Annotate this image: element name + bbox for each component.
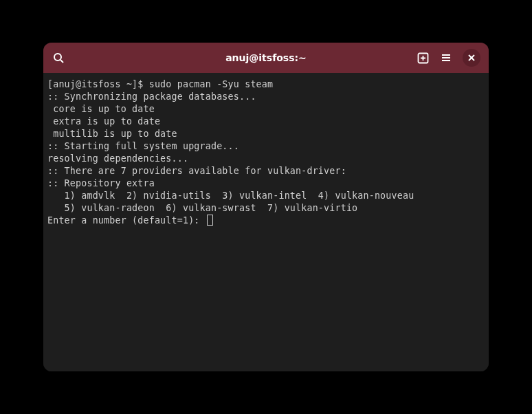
hamburger-icon (441, 52, 452, 63)
terminal-prompt-text: Enter a number (default=1): (47, 215, 206, 226)
search-button[interactable] (52, 51, 65, 65)
terminal-window: anuj@itsfoss:~ (43, 43, 489, 371)
svg-line-1 (60, 60, 63, 63)
terminal-line: extra is up to date (47, 116, 485, 128)
plus-box-icon (417, 52, 429, 64)
close-button[interactable] (463, 49, 480, 67)
terminal-line: multilib is up to date (47, 128, 485, 140)
search-icon (53, 52, 64, 63)
svg-point-0 (54, 54, 61, 61)
terminal-line: core is up to date (47, 103, 485, 116)
terminal-line: :: Starting full system upgrade... (47, 140, 485, 153)
titlebar: anuj@itsfoss:~ (43, 43, 489, 73)
terminal-line: 5) vulkan-radeon 6) vulkan-swrast 7) vul… (47, 202, 485, 215)
menu-button[interactable] (439, 51, 453, 65)
cursor (207, 215, 213, 226)
new-tab-button[interactable] (416, 51, 430, 65)
terminal-line: resolving dependencies... (47, 153, 485, 165)
terminal-output[interactable]: [anuj@itsfoss ~]$ sudo pacman -Syu steam… (43, 73, 489, 371)
close-icon (467, 54, 476, 62)
terminal-line: :: Repository extra (47, 177, 485, 190)
titlebar-right (416, 49, 480, 67)
terminal-line: :: There are 7 providers available for v… (47, 165, 485, 177)
terminal-line: :: Synchronizing package databases... (47, 91, 485, 103)
window-title: anuj@itsfoss:~ (225, 52, 307, 63)
terminal-line: 1) amdvlk 2) nvidia-utils 3) vulkan-inte… (47, 190, 485, 202)
terminal-prompt-line: Enter a number (default=1): (47, 215, 485, 227)
titlebar-left (52, 51, 65, 65)
terminal-line: [anuj@itsfoss ~]$ sudo pacman -Syu steam (47, 78, 485, 91)
